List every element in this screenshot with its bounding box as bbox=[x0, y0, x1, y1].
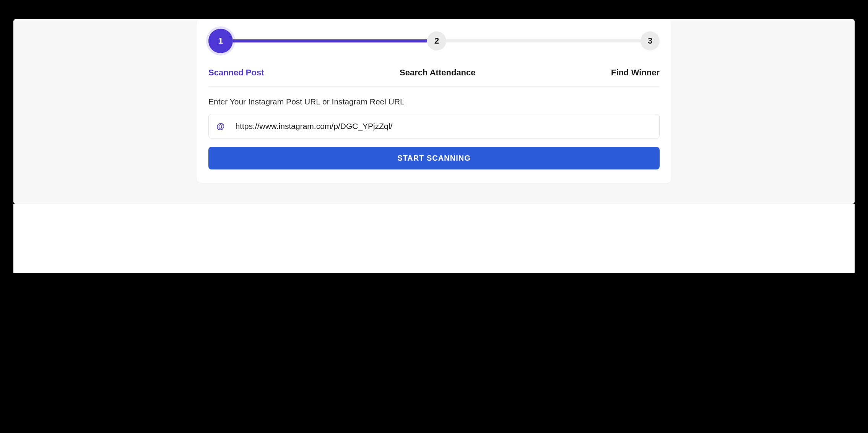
stepper: 1 2 3 bbox=[208, 29, 660, 61]
step-2-label: Search Attendance bbox=[400, 68, 475, 78]
step-labels-row: Scanned Post Search Attendance Find Winn… bbox=[208, 68, 660, 86]
at-icon: @ bbox=[216, 121, 224, 131]
step-1-circle[interactable]: 1 bbox=[208, 29, 233, 53]
wizard-card: 1 2 3 Scanned Post Search Attendance Fin… bbox=[197, 19, 671, 183]
url-input-wrapper[interactable]: @ bbox=[208, 114, 660, 138]
white-footer-area bbox=[13, 204, 855, 273]
step-1-number: 1 bbox=[218, 36, 223, 46]
step-line-2-3 bbox=[446, 39, 640, 42]
url-input-label: Enter Your Instagram Post URL or Instagr… bbox=[208, 97, 660, 106]
step-3-circle[interactable]: 3 bbox=[640, 31, 660, 50]
page-background: 1 2 3 Scanned Post Search Attendance Fin… bbox=[13, 19, 855, 204]
step-3-number: 3 bbox=[648, 36, 652, 46]
step-1-label: Scanned Post bbox=[208, 68, 264, 78]
step-2-circle[interactable]: 2 bbox=[427, 31, 446, 50]
step-2-number: 2 bbox=[434, 36, 439, 46]
start-scanning-button[interactable]: START SCANNING bbox=[208, 147, 660, 169]
step-3-label: Find Winner bbox=[611, 68, 660, 78]
step-line-1-2 bbox=[233, 39, 427, 42]
url-input[interactable] bbox=[235, 122, 652, 131]
form-section: Enter Your Instagram Post URL or Instagr… bbox=[208, 86, 660, 169]
